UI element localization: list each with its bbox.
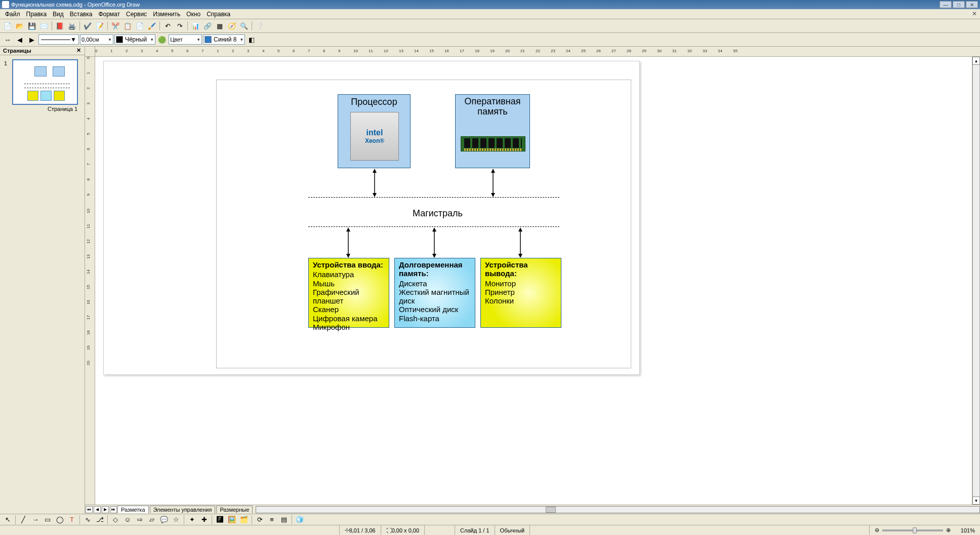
arrow-ram-bus[interactable] bbox=[491, 169, 496, 197]
document-close-button[interactable]: ✕ bbox=[971, 10, 978, 17]
window-close-button[interactable]: ✕ bbox=[966, 1, 978, 8]
callout-tool[interactable]: 💬 bbox=[158, 514, 170, 525]
shape-storage[interactable]: Долговременная память: Дискета Жесткий м… bbox=[394, 258, 475, 328]
symbol-shapes-tool[interactable]: ☺ bbox=[122, 514, 133, 525]
bus-top-line[interactable] bbox=[308, 197, 559, 198]
zoom-button[interactable]: 🔍 bbox=[238, 20, 250, 31]
tab-nav-prev[interactable]: ◀ bbox=[94, 506, 101, 513]
layer-tab-dimensions[interactable]: Размерные bbox=[216, 506, 253, 513]
fill-type-dropdown[interactable]: ▼ bbox=[169, 34, 202, 45]
zoom-out-button[interactable]: ⊖ bbox=[875, 527, 879, 533]
connector-tool[interactable]: ⎇ bbox=[94, 514, 105, 525]
menu-file[interactable]: Файл bbox=[2, 10, 23, 19]
line-end-left-button[interactable]: ◀ bbox=[14, 34, 25, 45]
page-thumbnail[interactable] bbox=[12, 59, 78, 105]
autospell-button[interactable]: 📝 bbox=[94, 20, 105, 31]
arrow-output-bus[interactable] bbox=[518, 227, 523, 258]
scroll-down-button[interactable]: ▼ bbox=[972, 496, 980, 505]
drawing-page[interactable]: Процессор intel Xeon® Оперативная память bbox=[103, 61, 640, 375]
gallery-tool[interactable]: 🗂️ bbox=[238, 514, 250, 525]
menu-format[interactable]: Формат bbox=[95, 10, 123, 19]
pages-panel-close-button[interactable]: ✕ bbox=[75, 48, 81, 54]
arrow-input-bus[interactable] bbox=[346, 227, 351, 258]
shape-ram[interactable]: Оперативная память bbox=[455, 94, 530, 168]
line-width-field[interactable]: ▼ bbox=[80, 34, 113, 45]
curve-tool[interactable]: ∿ bbox=[82, 514, 93, 525]
bus-bottom-line[interactable] bbox=[308, 226, 559, 227]
zoom-in-button[interactable]: ⊕ bbox=[946, 527, 951, 533]
help-button[interactable]: ❔ bbox=[254, 20, 265, 31]
arrow-processor-bus[interactable] bbox=[372, 169, 377, 197]
email-button[interactable]: ✉️ bbox=[38, 20, 50, 31]
fontwork-tool[interactable]: 🅵 bbox=[214, 514, 225, 525]
horizontal-scrollbar[interactable] bbox=[256, 506, 980, 513]
rect-tool[interactable]: ▭ bbox=[42, 514, 53, 525]
print-button[interactable]: 🖨️ bbox=[66, 20, 77, 31]
undo-button[interactable]: ↶ bbox=[162, 20, 173, 31]
new-doc-button[interactable]: 📄 bbox=[2, 20, 13, 31]
zoom-slider[interactable] bbox=[882, 529, 943, 531]
arrow-tool[interactable]: → bbox=[30, 514, 41, 525]
area-style green-icon[interactable]: 🟢 bbox=[156, 34, 168, 45]
menu-view[interactable]: Вид bbox=[50, 10, 67, 19]
gluepoints-tool[interactable]: ✚ bbox=[198, 514, 210, 525]
shape-processor[interactable]: Процессор intel Xeon® bbox=[338, 94, 411, 168]
line-width-input[interactable] bbox=[81, 35, 107, 44]
basic-shapes-tool[interactable]: ◇ bbox=[110, 514, 121, 525]
vertical-ruler[interactable]: 01234567891011121314151617181920 bbox=[85, 57, 95, 505]
save-button[interactable]: 💾 bbox=[26, 20, 37, 31]
arrow-storage-bus[interactable] bbox=[432, 227, 437, 258]
window-maximize-button[interactable]: □ bbox=[953, 1, 965, 8]
extrusion-tool[interactable]: 🧊 bbox=[294, 514, 305, 525]
arrow-style-button[interactable]: ↔ bbox=[2, 34, 13, 45]
horizontal-ruler[interactable]: 0123456712345678910111213141516171819202… bbox=[95, 47, 980, 57]
fill-color-dropdown[interactable]: Синий 8 ▼ bbox=[203, 34, 245, 45]
window-minimize-button[interactable]: — bbox=[940, 1, 952, 8]
menu-window[interactable]: Окно bbox=[183, 10, 203, 19]
hyperlink-button[interactable]: 🔗 bbox=[202, 20, 213, 31]
align-tool[interactable]: ≡ bbox=[266, 514, 277, 525]
scroll-up-button[interactable]: ▲ bbox=[972, 57, 980, 65]
shape-output-devices[interactable]: Устройства вывода: Монитор Принетр Колон… bbox=[480, 258, 561, 328]
arrange-tool[interactable]: ▤ bbox=[278, 514, 290, 525]
line-end-right-button[interactable]: ▶ bbox=[26, 34, 37, 45]
format-paint-button[interactable]: 🖌️ bbox=[146, 20, 157, 31]
menu-tools[interactable]: Сервис bbox=[123, 10, 150, 19]
shape-input-devices[interactable]: Устройства ввода: Клавиатура Мышь Графич… bbox=[308, 258, 389, 328]
vertical-scrollbar[interactable]: ▲ ▼ bbox=[972, 57, 980, 505]
chart-button[interactable]: 📊 bbox=[190, 20, 201, 31]
select-tool[interactable]: ↖ bbox=[2, 514, 13, 525]
bus-label[interactable]: Магистраль bbox=[413, 208, 463, 219]
tab-nav-last[interactable]: ⏭ bbox=[110, 506, 117, 513]
layer-tab-controls[interactable]: Элементы управления bbox=[150, 506, 216, 513]
cut-button[interactable]: ✂️ bbox=[110, 20, 121, 31]
table-button[interactable]: ▦ bbox=[214, 20, 225, 31]
copy-button[interactable]: 📋 bbox=[122, 20, 133, 31]
menu-edit[interactable]: Правка bbox=[23, 10, 50, 19]
spellcheck-button[interactable]: ✔️ bbox=[82, 20, 93, 31]
ellipse-tool[interactable]: ◯ bbox=[54, 514, 65, 525]
tab-nav-first[interactable]: ⏮ bbox=[86, 506, 93, 513]
line-style-dropdown[interactable]: ▼ bbox=[38, 34, 79, 45]
from-file-tool[interactable]: 🖼️ bbox=[226, 514, 237, 525]
line-color-dropdown[interactable]: Чёрный ▼ bbox=[114, 34, 155, 45]
flowchart-tool[interactable]: ▱ bbox=[146, 514, 157, 525]
layer-tab-layout[interactable]: Разметка bbox=[117, 506, 149, 513]
text-tool[interactable]: T bbox=[66, 514, 77, 525]
menu-insert[interactable]: Вставка bbox=[67, 10, 96, 19]
stars-tool[interactable]: ☆ bbox=[171, 514, 182, 525]
fill-type-input[interactable] bbox=[170, 35, 195, 44]
export-pdf-button[interactable]: 📕 bbox=[54, 20, 65, 31]
rotate-tool[interactable]: ⟳ bbox=[254, 514, 265, 525]
block-arrows-tool[interactable]: ⇨ bbox=[134, 514, 145, 525]
line-tool[interactable]: ╱ bbox=[18, 514, 29, 525]
paste-button[interactable]: 📄 bbox=[134, 20, 145, 31]
open-button[interactable]: 📂 bbox=[14, 20, 25, 31]
menu-help[interactable]: Справка bbox=[203, 10, 233, 19]
redo-button[interactable]: ↷ bbox=[174, 20, 185, 31]
tab-nav-next[interactable]: ▶ bbox=[102, 506, 109, 513]
canvas-viewport[interactable]: Процессор intel Xeon® Оперативная память bbox=[95, 57, 972, 505]
zoom-value[interactable]: 101% bbox=[956, 525, 980, 535]
menu-modify[interactable]: Изменить bbox=[150, 10, 183, 19]
shadow-button[interactable]: ◧ bbox=[246, 34, 257, 45]
